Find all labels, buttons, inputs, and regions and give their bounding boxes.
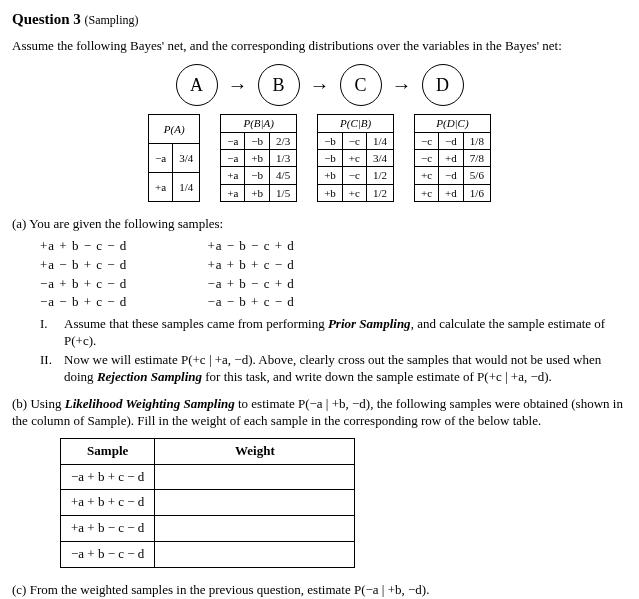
- likelihood-weighting-table: SampleWeight −a + b + c − d +a + b + c −…: [60, 438, 355, 568]
- bayes-net-diagram: A → B → C → D: [12, 64, 627, 106]
- arrow-icon: →: [228, 72, 248, 98]
- lw-header-sample: Sample: [61, 438, 155, 464]
- cpt-pcb: P(C|B) −b−c1/4 −b+c3/4 +b−c1/2 +b+c1/2: [317, 114, 394, 201]
- sample: +a + b + c − d: [207, 256, 294, 275]
- samples-col-2: +a − b − c + d +a + b + c − d −a + b − c…: [207, 237, 294, 313]
- part-c-text: From the weighted samples in the previou…: [30, 582, 430, 597]
- part-a-ii: II. Now we will estimate P(+c | +a, −d).…: [40, 352, 627, 386]
- intro-text: Assume the following Bayes' net, and the…: [12, 38, 627, 55]
- sample: −a + b + c − d: [40, 275, 127, 294]
- part-a: (a) You are given the following samples:…: [12, 216, 627, 386]
- part-a-sublist: I. Assume that these samples came from p…: [40, 316, 627, 386]
- part-b-label: (b): [12, 396, 27, 411]
- node-d: D: [422, 64, 464, 106]
- roman-ii: II.: [40, 352, 64, 386]
- sample: +a − b + c − d: [40, 256, 127, 275]
- samples-grid: +a + b − c − d +a − b + c − d −a + b + c…: [40, 237, 627, 313]
- sample: +a + b − c − d: [40, 237, 127, 256]
- part-c-label: (c): [12, 582, 26, 597]
- rejection-sampling-em: Rejection Sampling: [97, 369, 202, 384]
- table-row: −a + b + c − d: [61, 464, 355, 490]
- node-b: B: [258, 64, 300, 106]
- cpt-pa: P(A) −a3/4 +a1/4: [148, 114, 200, 201]
- prior-sampling-em: Prior Sampling: [328, 316, 411, 331]
- table-row: +a + b + c − d: [61, 490, 355, 516]
- samples-col-1: +a + b − c − d +a − b + c − d −a + b + c…: [40, 237, 127, 313]
- arrow-icon: →: [310, 72, 330, 98]
- part-a-i: I. Assume that these samples came from p…: [40, 316, 627, 350]
- roman-i: I.: [40, 316, 64, 350]
- part-a-lead: You are given the following samples:: [29, 216, 223, 231]
- cpt-pdc: P(D|C) −c−d1/8 −c+d7/8 +c−d5/6 +c+d1/6: [414, 114, 491, 201]
- sample: −a + b − c + d: [207, 275, 294, 294]
- question-subtitle: (Sampling): [85, 13, 139, 27]
- table-row: +a + b − c − d: [61, 516, 355, 542]
- part-b: (b) Using Likelihood Weighting Sampling …: [12, 396, 627, 568]
- arrow-icon: →: [392, 72, 412, 98]
- sample: +a − b − c + d: [207, 237, 294, 256]
- sample: −a − b + c − d: [207, 293, 294, 312]
- sample: −a − b + c − d: [40, 293, 127, 312]
- part-c: (c) From the weighted samples in the pre…: [12, 582, 627, 599]
- question-header: Question 3 (Sampling): [12, 10, 627, 30]
- table-row: −a + b − c − d: [61, 542, 355, 568]
- cpt-tables-row: P(A) −a3/4 +a1/4 P(B|A) −a−b2/3 −a+b1/3 …: [12, 114, 627, 201]
- cpt-pba: P(B|A) −a−b2/3 −a+b1/3 +a−b4/5 +a+b1/5: [220, 114, 297, 201]
- likelihood-weighting-em: Likelihood Weighting Sampling: [65, 396, 235, 411]
- part-a-label: (a): [12, 216, 26, 231]
- node-a: A: [176, 64, 218, 106]
- node-c: C: [340, 64, 382, 106]
- question-title: Question 3: [12, 11, 81, 27]
- lw-header-weight: Weight: [155, 438, 355, 464]
